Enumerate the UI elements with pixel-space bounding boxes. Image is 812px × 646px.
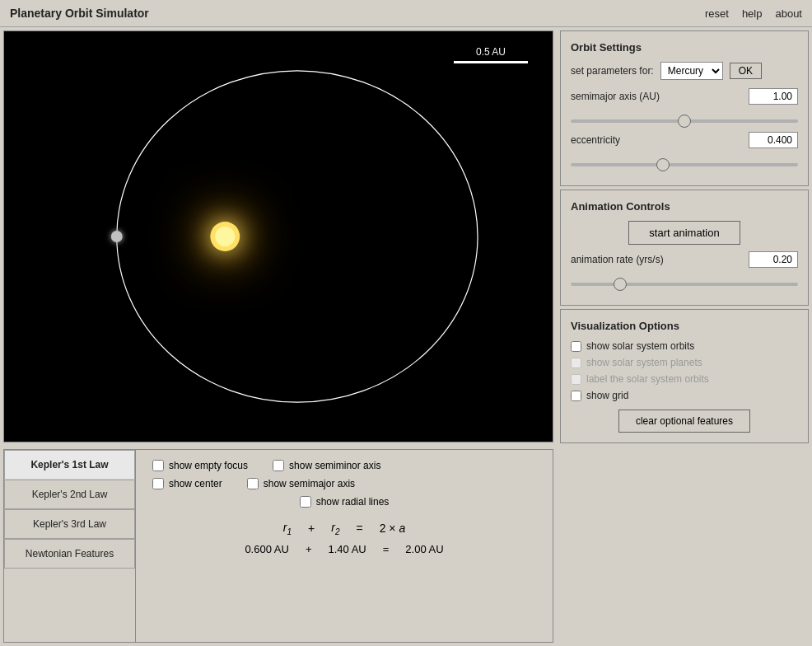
show-solar-planets-check[interactable] — [571, 358, 581, 368]
reset-link[interactable]: reset — [705, 7, 729, 20]
checkbox-row-2: show center show semimajor axis — [152, 478, 536, 489]
formula-row: r1 + r2 = 2 × a — [152, 521, 536, 536]
kepler1-content: show empty focus show semiminor axis sho… — [136, 450, 553, 642]
show-solar-planets-item[interactable]: show solar system planets — [571, 357, 798, 368]
values-row: 0.600 AU + 1.40 AU = 2.00 AU — [152, 543, 536, 555]
radial-row: show radial lines — [152, 496, 536, 508]
viz-options: show solar system orbits show solar syst… — [571, 340, 798, 401]
kepler-tabs: Kepler's 1st Law Kepler's 2nd Law Kepler… — [4, 450, 136, 642]
formula-r1: r1 — [283, 521, 292, 536]
check-center-label: show center — [169, 478, 222, 489]
semimajor-label: semimajor axis (AU) — [571, 91, 660, 102]
start-animation-button[interactable]: start animation — [628, 221, 740, 245]
check-semimajor[interactable] — [247, 478, 259, 489]
main-area: 0.5 AU — [0, 27, 812, 646]
formula-eq: = — [356, 522, 362, 535]
check-semiminor-label: show semiminor axis — [289, 460, 380, 471]
ok-button[interactable]: OK — [730, 63, 762, 79]
check-radial-item[interactable]: show radial lines — [300, 496, 390, 508]
label-solar-orbits-check[interactable] — [571, 374, 581, 385]
check-radial-label: show radial lines — [316, 496, 390, 508]
set-params-label: set parameters for: — [571, 65, 654, 77]
check-radial[interactable] — [300, 496, 311, 508]
semimajor-input[interactable] — [749, 88, 798, 105]
check-empty-focus-item[interactable]: show empty focus — [152, 460, 248, 471]
check-empty-focus[interactable] — [152, 460, 164, 471]
orbit-settings-panel: Orbit Settings set parameters for: Mercu… — [560, 30, 809, 186]
show-solar-orbits-check[interactable] — [571, 341, 581, 352]
val-eq: = — [383, 543, 390, 555]
rate-slider-container — [571, 273, 798, 295]
label-solar-orbits-label: label the solar system orbits — [586, 373, 709, 385]
semimajor-slider-container — [571, 110, 798, 132]
val-r1: 0.600 AU — [245, 543, 289, 555]
tab-kepler1[interactable]: Kepler's 1st Law — [4, 450, 135, 480]
show-solar-orbits-label: show solar system orbits — [586, 340, 694, 352]
eccentricity-slider[interactable] — [571, 163, 798, 166]
rate-input[interactable] — [749, 251, 798, 268]
val-plus: + — [306, 543, 312, 555]
help-link[interactable]: help — [742, 7, 763, 20]
nav-links: reset help about — [705, 7, 802, 20]
checkbox-row-1: show empty focus show semiminor axis — [152, 460, 536, 471]
title-bar: Planetary Orbit Simulator reset help abo… — [0, 0, 812, 27]
about-link[interactable]: about — [775, 7, 802, 20]
planet-select[interactable]: Mercury Venus Earth Mars Jupiter Saturn … — [660, 62, 723, 80]
eccentricity-slider-container — [571, 153, 798, 176]
check-semiminor-item[interactable]: show semiminor axis — [273, 460, 380, 471]
formula-2xa: 2 × a — [380, 522, 406, 535]
sun-core — [215, 227, 235, 246]
orbit-ellipse — [117, 71, 478, 402]
tab-newtonian[interactable]: Newtonian Features — [4, 539, 135, 569]
eccentricity-input[interactable] — [749, 132, 798, 148]
orbit-settings-title: Orbit Settings — [571, 41, 798, 54]
show-grid-check[interactable] — [571, 391, 581, 401]
check-center[interactable] — [152, 478, 164, 489]
show-solar-planets-label: show solar system planets — [586, 357, 702, 368]
visualization-panel: Visualization Options show solar system … — [560, 309, 809, 443]
animation-controls-panel: Animation Controls start animation anima… — [560, 190, 809, 306]
bottom-panel: Kepler's 1st Law Kepler's 2nd Law Kepler… — [3, 449, 553, 643]
check-semimajor-item[interactable]: show semimajor axis — [247, 478, 355, 489]
app-title: Planetary Orbit Simulator — [10, 7, 149, 20]
check-empty-focus-label: show empty focus — [169, 460, 248, 471]
clear-features-button[interactable]: clear optional features — [618, 410, 750, 433]
formula-plus: + — [308, 522, 315, 535]
eccentricity-row: eccentricity — [571, 132, 798, 148]
tab-kepler2[interactable]: Kepler's 2nd Law — [4, 480, 135, 509]
show-grid-label: show grid — [586, 390, 628, 401]
tab-kepler3[interactable]: Kepler's 3rd Law — [4, 509, 135, 539]
visualization-title: Visualization Options — [571, 320, 798, 332]
set-params-row: set parameters for: Mercury Venus Earth … — [571, 62, 798, 80]
check-semiminor[interactable] — [273, 460, 284, 471]
planet — [111, 231, 123, 242]
val-2a: 2.00 AU — [405, 543, 443, 555]
formula-r2: r2 — [331, 521, 339, 536]
show-grid-item[interactable]: show grid — [571, 390, 798, 401]
rate-slider[interactable] — [571, 283, 798, 286]
label-solar-orbits-item[interactable]: label the solar system orbits — [571, 373, 798, 385]
orbit-svg — [4, 31, 553, 442]
check-semimajor-label: show semimajor axis — [264, 478, 355, 489]
val-r2: 1.40 AU — [328, 543, 366, 555]
right-panel: Orbit Settings set parameters for: Mercu… — [557, 27, 812, 646]
semimajor-slider[interactable] — [571, 119, 798, 123]
eccentricity-label: eccentricity — [571, 134, 620, 146]
check-center-item[interactable]: show center — [152, 478, 222, 489]
simulation-canvas: 0.5 AU — [3, 30, 553, 442]
animation-controls-title: Animation Controls — [571, 200, 798, 213]
show-solar-orbits-item[interactable]: show solar system orbits — [571, 340, 798, 352]
semimajor-row: semimajor axis (AU) — [571, 88, 798, 105]
rate-label: animation rate (yrs/s) — [571, 254, 664, 265]
left-panel: 0.5 AU — [0, 27, 557, 646]
rate-row: animation rate (yrs/s) — [571, 251, 798, 268]
